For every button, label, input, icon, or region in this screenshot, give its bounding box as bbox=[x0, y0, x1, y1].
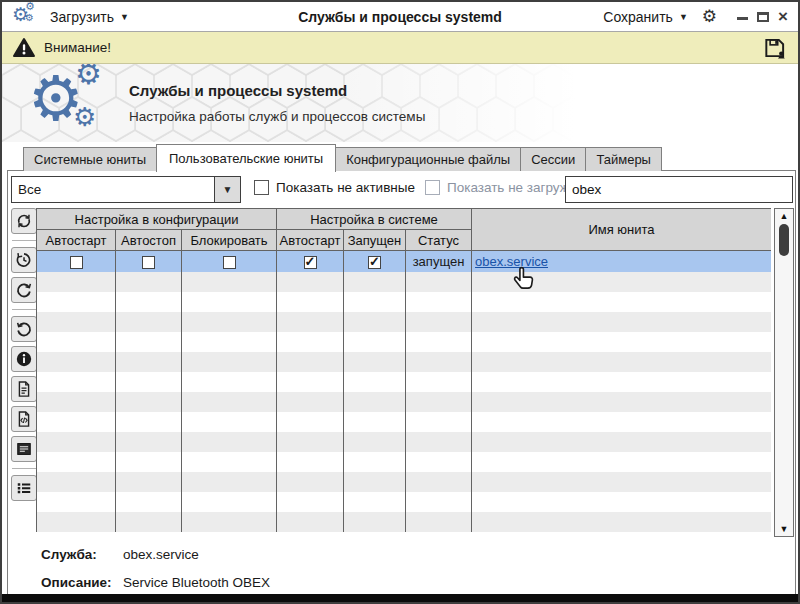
screen-edge-bar bbox=[2, 594, 798, 602]
units-table: Настройка в конфигурации Настройка в сис… bbox=[36, 208, 771, 537]
table-row[interactable] bbox=[37, 332, 772, 352]
undo-history-icon bbox=[14, 250, 34, 270]
table-group-header-row: Настройка в конфигурации Настройка в сис… bbox=[37, 209, 772, 230]
refresh-icon bbox=[14, 211, 34, 231]
list-button[interactable] bbox=[11, 475, 37, 501]
table-scrollbar[interactable]: ▲ ▼ bbox=[774, 208, 794, 537]
show-inactive-label: Показать не активные bbox=[276, 180, 415, 195]
warning-text: Внимание! bbox=[44, 40, 111, 55]
warning-bar: Внимание! bbox=[2, 32, 798, 64]
unit-search-input[interactable] bbox=[565, 176, 793, 203]
table-row[interactable] bbox=[37, 272, 772, 292]
group-header-system: Настройка в системе bbox=[277, 209, 472, 230]
toolbar-separator bbox=[12, 240, 36, 241]
maximize-button[interactable] bbox=[757, 12, 769, 22]
info-icon bbox=[14, 349, 34, 369]
file-code-button[interactable] bbox=[11, 406, 37, 432]
tab-user-units[interactable]: Пользовательские юниты bbox=[156, 144, 336, 172]
load-button-label: Загрузить bbox=[50, 9, 114, 25]
undo-icon bbox=[14, 319, 34, 339]
config-block-checkbox[interactable] bbox=[223, 256, 236, 269]
list-icon bbox=[14, 478, 34, 498]
journal-icon bbox=[14, 439, 34, 459]
column-header-status[interactable]: Статус bbox=[406, 230, 472, 251]
save-button-label: Сохранить bbox=[603, 9, 673, 25]
close-button[interactable]: × bbox=[778, 12, 788, 22]
toolbar-separator bbox=[12, 309, 36, 310]
app-title: Службы и процессы systemd bbox=[129, 82, 347, 99]
info-button[interactable] bbox=[11, 346, 37, 372]
refresh-button[interactable] bbox=[11, 208, 37, 234]
dropdown-arrow-icon[interactable]: ▼ bbox=[214, 177, 240, 202]
tab-config-files[interactable]: Конфигурационные файлы bbox=[335, 147, 521, 171]
table-row[interactable] bbox=[37, 352, 772, 372]
warning-icon bbox=[12, 36, 36, 60]
checkbox-icon bbox=[425, 180, 440, 195]
undo-history-button[interactable] bbox=[11, 247, 37, 273]
column-header-system-autostart[interactable]: Автостарт bbox=[277, 230, 344, 251]
tab-system-units[interactable]: Системные юниты bbox=[23, 147, 157, 171]
table-row[interactable] bbox=[37, 312, 772, 332]
description-label: Описание: bbox=[41, 575, 112, 590]
table-row[interactable] bbox=[37, 392, 772, 412]
scroll-up-arrow-icon[interactable]: ▲ bbox=[775, 209, 793, 223]
redo-button[interactable] bbox=[11, 277, 37, 303]
column-header-config-autostart[interactable]: Автостарт bbox=[37, 230, 116, 251]
file-icon bbox=[14, 379, 34, 399]
show-inactive-checkbox[interactable]: Показать не активные bbox=[254, 180, 415, 195]
table-row[interactable] bbox=[37, 292, 772, 312]
table-row[interactable] bbox=[37, 472, 772, 492]
unit-table-body: запущен obex.service bbox=[37, 251, 772, 532]
scrollbar-thumb[interactable] bbox=[779, 224, 789, 256]
category-dropdown[interactable]: Все ▼ bbox=[11, 176, 241, 203]
app-subtitle: Настройка работы служб и процессов систе… bbox=[129, 109, 425, 124]
checkbox-icon[interactable] bbox=[254, 180, 269, 195]
description-value: Service Bluetooth OBEX bbox=[123, 575, 270, 590]
redo-icon bbox=[14, 280, 34, 300]
column-header-config-block[interactable]: Блокировать bbox=[182, 230, 277, 251]
minimize-button[interactable] bbox=[737, 17, 748, 20]
content-panel: Все ▼ Показать не активные Показать не з… bbox=[7, 170, 796, 596]
save-button[interactable]: Сохранить ▼ bbox=[603, 9, 688, 25]
chevron-down-icon: ▼ bbox=[120, 12, 129, 22]
column-header-system-running[interactable]: Запущен bbox=[344, 230, 406, 251]
load-button[interactable]: Загрузить ▼ bbox=[50, 9, 129, 25]
file-code-icon bbox=[14, 409, 34, 429]
side-toolbar bbox=[10, 208, 38, 505]
file-button[interactable] bbox=[11, 376, 37, 402]
service-label: Служба: bbox=[41, 547, 97, 562]
group-header-config: Настройка в конфигурации bbox=[37, 209, 277, 230]
chevron-down-icon: ▼ bbox=[679, 12, 688, 22]
hexagon-pattern-background bbox=[2, 64, 798, 142]
status-cell: запущен bbox=[406, 251, 472, 272]
settings-gear-icon[interactable]: ⚙ bbox=[702, 6, 717, 27]
table-row[interactable] bbox=[37, 372, 772, 392]
service-value: obex.service bbox=[123, 547, 199, 562]
system-autostart-checkbox[interactable] bbox=[304, 256, 317, 269]
table-row[interactable] bbox=[37, 432, 772, 452]
journal-button[interactable] bbox=[11, 436, 37, 462]
config-autostop-checkbox[interactable] bbox=[142, 256, 155, 269]
table-row[interactable] bbox=[37, 452, 772, 472]
table-row[interactable] bbox=[37, 492, 772, 512]
app-window: ⚙⚙⚙ Загрузить ▼ Службы и процессы system… bbox=[0, 0, 800, 604]
column-header-config-autostop[interactable]: Автостоп bbox=[116, 230, 182, 251]
table-row[interactable] bbox=[37, 512, 772, 532]
app-header: ⚙⚙⚙ Службы и процессы systemd Настройка … bbox=[2, 64, 798, 142]
column-header-unit-name[interactable]: Имя юнита bbox=[472, 209, 771, 251]
tab-timers[interactable]: Таймеры bbox=[585, 147, 662, 171]
app-gears-icon: ⚙⚙⚙ bbox=[12, 6, 38, 28]
category-dropdown-value: Все bbox=[12, 182, 214, 197]
system-running-checkbox[interactable] bbox=[368, 256, 381, 269]
config-autostart-checkbox[interactable] bbox=[70, 256, 83, 269]
toolbar-separator bbox=[12, 468, 36, 469]
gears-logo-icon: ⚙⚙⚙ bbox=[28, 66, 112, 140]
tab-bar: Системные юниты Пользовательские юниты К… bbox=[23, 144, 661, 171]
unit-row-selected[interactable]: запущен obex.service bbox=[37, 251, 772, 272]
table-row[interactable] bbox=[37, 412, 772, 432]
tab-sessions[interactable]: Сессии bbox=[520, 147, 586, 171]
save-file-icon[interactable] bbox=[762, 35, 788, 61]
undo-button[interactable] bbox=[11, 316, 37, 342]
hand-cursor-icon bbox=[510, 265, 538, 293]
scroll-down-arrow-icon[interactable]: ▼ bbox=[775, 522, 793, 536]
